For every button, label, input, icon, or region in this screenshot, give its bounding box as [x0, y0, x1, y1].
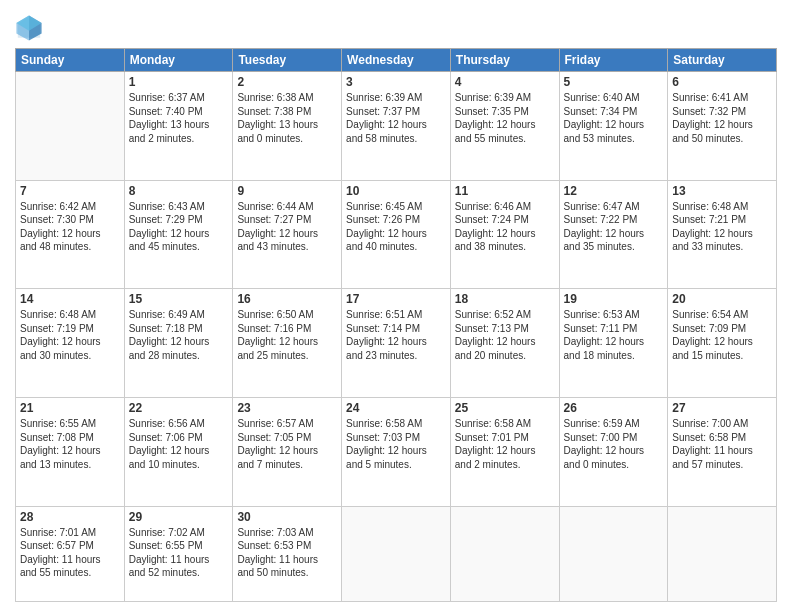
- cell-line: Sunset: 7:38 PM: [237, 105, 337, 119]
- cell-line: Sunset: 7:40 PM: [129, 105, 229, 119]
- calendar-cell: 10Sunrise: 6:45 AMSunset: 7:26 PMDayligh…: [342, 180, 451, 289]
- cell-line: and 5 minutes.: [346, 458, 446, 472]
- day-number: 30: [237, 510, 337, 524]
- cell-line: and 50 minutes.: [237, 566, 337, 580]
- calendar-cell: 26Sunrise: 6:59 AMSunset: 7:00 PMDayligh…: [559, 398, 668, 507]
- cell-line: and 48 minutes.: [20, 240, 120, 254]
- cell-line: Sunset: 7:22 PM: [564, 213, 664, 227]
- cell-line: Sunset: 7:24 PM: [455, 213, 555, 227]
- cell-line: Daylight: 12 hours: [129, 335, 229, 349]
- day-number: 27: [672, 401, 772, 415]
- cell-line: Daylight: 12 hours: [564, 335, 664, 349]
- cell-line: Sunrise: 6:42 AM: [20, 200, 120, 214]
- cell-line: Sunrise: 7:00 AM: [672, 417, 772, 431]
- cell-line: Sunset: 7:09 PM: [672, 322, 772, 336]
- calendar-cell: [16, 72, 125, 181]
- day-number: 1: [129, 75, 229, 89]
- day-number: 15: [129, 292, 229, 306]
- cell-line: and 28 minutes.: [129, 349, 229, 363]
- day-number: 9: [237, 184, 337, 198]
- cell-line: Sunset: 7:34 PM: [564, 105, 664, 119]
- logo: [15, 14, 45, 42]
- cell-line: Sunrise: 6:39 AM: [455, 91, 555, 105]
- calendar-cell: 25Sunrise: 6:58 AMSunset: 7:01 PMDayligh…: [450, 398, 559, 507]
- cell-line: Sunset: 7:13 PM: [455, 322, 555, 336]
- week-row-4: 21Sunrise: 6:55 AMSunset: 7:08 PMDayligh…: [16, 398, 777, 507]
- cell-line: and 52 minutes.: [129, 566, 229, 580]
- cell-line: Daylight: 12 hours: [672, 227, 772, 241]
- cell-line: Daylight: 12 hours: [455, 444, 555, 458]
- cell-line: and 45 minutes.: [129, 240, 229, 254]
- day-number: 10: [346, 184, 446, 198]
- cell-line: Sunset: 7:29 PM: [129, 213, 229, 227]
- cell-line: Daylight: 12 hours: [455, 335, 555, 349]
- calendar-cell: [450, 506, 559, 601]
- cell-line: Daylight: 12 hours: [672, 335, 772, 349]
- cell-line: Sunrise: 6:59 AM: [564, 417, 664, 431]
- cell-line: Sunrise: 6:56 AM: [129, 417, 229, 431]
- col-header-tuesday: Tuesday: [233, 49, 342, 72]
- day-number: 13: [672, 184, 772, 198]
- calendar-cell: 4Sunrise: 6:39 AMSunset: 7:35 PMDaylight…: [450, 72, 559, 181]
- cell-line: Daylight: 12 hours: [20, 335, 120, 349]
- calendar-cell: 24Sunrise: 6:58 AMSunset: 7:03 PMDayligh…: [342, 398, 451, 507]
- cell-line: Daylight: 12 hours: [564, 118, 664, 132]
- cell-line: and 38 minutes.: [455, 240, 555, 254]
- day-number: 6: [672, 75, 772, 89]
- calendar-cell: 16Sunrise: 6:50 AMSunset: 7:16 PMDayligh…: [233, 289, 342, 398]
- calendar-cell: 28Sunrise: 7:01 AMSunset: 6:57 PMDayligh…: [16, 506, 125, 601]
- day-number: 26: [564, 401, 664, 415]
- cell-line: Daylight: 12 hours: [346, 118, 446, 132]
- calendar-cell: 8Sunrise: 6:43 AMSunset: 7:29 PMDaylight…: [124, 180, 233, 289]
- cell-line: Sunrise: 6:50 AM: [237, 308, 337, 322]
- cell-line: Daylight: 12 hours: [129, 227, 229, 241]
- cell-line: Daylight: 11 hours: [672, 444, 772, 458]
- cell-line: and 18 minutes.: [564, 349, 664, 363]
- cell-line: Sunset: 7:35 PM: [455, 105, 555, 119]
- day-number: 20: [672, 292, 772, 306]
- cell-line: Daylight: 12 hours: [237, 227, 337, 241]
- cell-line: Sunrise: 6:58 AM: [346, 417, 446, 431]
- col-header-saturday: Saturday: [668, 49, 777, 72]
- cell-line: and 10 minutes.: [129, 458, 229, 472]
- day-number: 24: [346, 401, 446, 415]
- cell-line: Daylight: 12 hours: [20, 444, 120, 458]
- cell-line: Sunrise: 6:48 AM: [672, 200, 772, 214]
- cell-line: Sunset: 6:57 PM: [20, 539, 120, 553]
- calendar-cell: 22Sunrise: 6:56 AMSunset: 7:06 PMDayligh…: [124, 398, 233, 507]
- cell-line: and 57 minutes.: [672, 458, 772, 472]
- day-number: 11: [455, 184, 555, 198]
- day-number: 8: [129, 184, 229, 198]
- page: SundayMondayTuesdayWednesdayThursdayFrid…: [0, 0, 792, 612]
- cell-line: Sunrise: 6:53 AM: [564, 308, 664, 322]
- cell-line: Sunset: 7:14 PM: [346, 322, 446, 336]
- cell-line: Daylight: 13 hours: [129, 118, 229, 132]
- calendar-cell: 17Sunrise: 6:51 AMSunset: 7:14 PMDayligh…: [342, 289, 451, 398]
- cell-line: Daylight: 11 hours: [237, 553, 337, 567]
- calendar-cell: 14Sunrise: 6:48 AMSunset: 7:19 PMDayligh…: [16, 289, 125, 398]
- day-number: 4: [455, 75, 555, 89]
- cell-line: and 50 minutes.: [672, 132, 772, 146]
- calendar-cell: 30Sunrise: 7:03 AMSunset: 6:53 PMDayligh…: [233, 506, 342, 601]
- week-row-2: 7Sunrise: 6:42 AMSunset: 7:30 PMDaylight…: [16, 180, 777, 289]
- cell-line: Sunrise: 6:39 AM: [346, 91, 446, 105]
- cell-line: Daylight: 12 hours: [346, 335, 446, 349]
- cell-line: Sunset: 7:08 PM: [20, 431, 120, 445]
- header: [15, 10, 777, 42]
- cell-line: and 0 minutes.: [237, 132, 337, 146]
- day-number: 29: [129, 510, 229, 524]
- cell-line: Sunrise: 6:44 AM: [237, 200, 337, 214]
- cell-line: and 58 minutes.: [346, 132, 446, 146]
- cell-line: and 2 minutes.: [455, 458, 555, 472]
- cell-line: Daylight: 12 hours: [237, 444, 337, 458]
- calendar-cell: 5Sunrise: 6:40 AMSunset: 7:34 PMDaylight…: [559, 72, 668, 181]
- cell-line: Sunrise: 7:03 AM: [237, 526, 337, 540]
- cell-line: and 33 minutes.: [672, 240, 772, 254]
- calendar-cell: 18Sunrise: 6:52 AMSunset: 7:13 PMDayligh…: [450, 289, 559, 398]
- cell-line: Sunrise: 6:58 AM: [455, 417, 555, 431]
- cell-line: Daylight: 12 hours: [672, 118, 772, 132]
- day-number: 28: [20, 510, 120, 524]
- day-number: 5: [564, 75, 664, 89]
- calendar-cell: 2Sunrise: 6:38 AMSunset: 7:38 PMDaylight…: [233, 72, 342, 181]
- calendar-cell: 21Sunrise: 6:55 AMSunset: 7:08 PMDayligh…: [16, 398, 125, 507]
